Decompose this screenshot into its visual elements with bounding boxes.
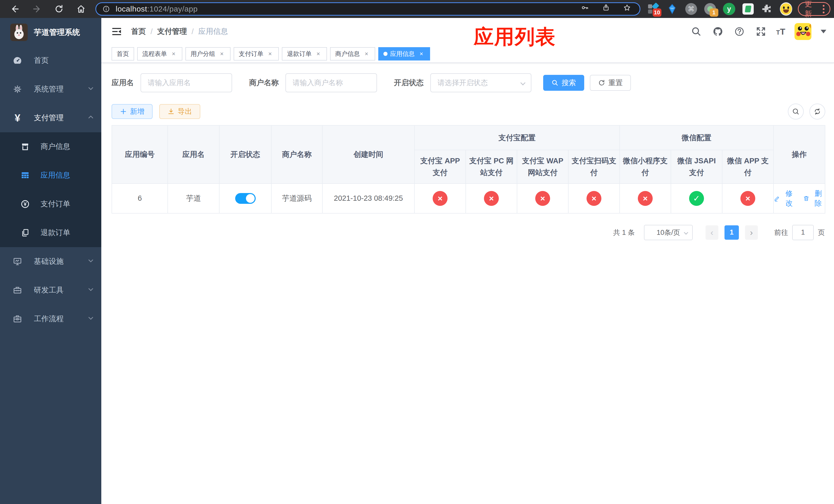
breadcrumb-home[interactable]: 首页 [131, 26, 146, 37]
page-number-1[interactable]: 1 [724, 225, 739, 240]
goto-page-input[interactable] [792, 225, 814, 240]
app-table: 应用编号 应用名 开启状态 商户名称 创建时间 支付宝配置 微信配置 操作 支付… [112, 125, 825, 213]
toolbox-icon [12, 285, 23, 295]
edit-link[interactable]: 修改 [774, 189, 796, 208]
toggle-search-button[interactable] [788, 104, 804, 119]
prev-page-button[interactable]: ‹ [705, 225, 718, 240]
extension-row: 10 ⌘ 1 y [647, 3, 792, 15]
tab-app-info[interactable]: 应用信息× [378, 47, 430, 61]
extension-doc-icon[interactable] [742, 3, 754, 15]
chevron-up-icon [87, 114, 94, 122]
tab-refund-order[interactable]: 退款订单× [282, 47, 327, 61]
bookmark-star-icon[interactable] [623, 4, 633, 14]
next-page-button[interactable]: › [745, 225, 758, 240]
sidebar-item-label: 支付管理 [34, 113, 64, 123]
close-icon[interactable]: × [218, 50, 225, 58]
extension-gem-icon[interactable] [666, 3, 678, 15]
font-size-icon[interactable]: TT [776, 27, 785, 37]
close-icon[interactable]: × [418, 50, 425, 58]
status-label: 开启状态 [394, 78, 424, 88]
browser-forward-icon[interactable] [30, 2, 44, 16]
sidebar-item-payment[interactable]: ¥ 支付管理 [0, 104, 101, 132]
password-key-icon[interactable] [581, 4, 591, 14]
sidebar-item-app-info[interactable]: 应用信息 [0, 161, 101, 190]
close-icon[interactable]: × [315, 50, 322, 58]
tab-pay-order[interactable]: 支付订单× [234, 47, 279, 61]
chevron-down-icon [87, 85, 94, 94]
alipay-app-status-icon: × [433, 191, 447, 206]
add-button[interactable]: 新增 [112, 104, 153, 119]
merchant-name-label: 商户名称 [249, 78, 279, 88]
github-icon[interactable] [712, 25, 724, 38]
close-icon[interactable]: × [363, 50, 370, 58]
sidebar-item-infrastructure[interactable]: 基础设施 [0, 247, 101, 276]
status-select[interactable]: 请选择开启状态 [430, 73, 531, 92]
chevron-down-icon [520, 80, 526, 85]
sidebar-item-workflow[interactable]: 工作流程 [0, 304, 101, 333]
col-header-wechat-jsapi: 微信 JSAPI 支付 [671, 150, 722, 184]
browser-back-icon[interactable] [8, 2, 22, 16]
sidebar-item-dev-tools[interactable]: 研发工具 [0, 276, 101, 304]
breadcrumb-payment[interactable]: 支付管理 [157, 26, 187, 37]
share-icon[interactable] [602, 4, 612, 14]
user-avatar[interactable] [794, 23, 811, 40]
fullscreen-icon[interactable] [755, 25, 767, 38]
page-size-select[interactable]: 10条/页 [644, 225, 693, 240]
wechat-app-status-icon: × [740, 191, 755, 206]
dashboard-icon [12, 55, 23, 66]
yen-icon: ¥ [12, 113, 23, 123]
extension-cmd-icon[interactable]: ⌘ [685, 3, 697, 15]
browser-reload-icon[interactable] [52, 2, 66, 16]
content: 应用名 商户名称 开启状态 请选择开启状态 搜索 重置 [101, 63, 834, 240]
close-icon[interactable]: × [266, 50, 273, 58]
address-bar[interactable]: localhost:1024/pay/app [95, 2, 640, 16]
cell-app-name: 芋道 [168, 184, 219, 213]
search-button[interactable]: 搜索 [543, 75, 584, 91]
tab-merchant-info[interactable]: 商户信息× [330, 47, 375, 61]
profile-avatar-icon[interactable] [780, 3, 792, 15]
browser-home-icon[interactable] [74, 2, 88, 16]
browser-update-button[interactable]: 更新 [798, 2, 830, 16]
sidebar-item-system[interactable]: 系统管理 [0, 75, 101, 104]
enabled-switch[interactable] [235, 193, 256, 204]
sidebar: 芋道管理系统 首页 系统管理 ¥ 支付管理 [0, 18, 101, 504]
sidebar-item-home[interactable]: 首页 [0, 46, 101, 75]
refresh-table-button[interactable] [809, 104, 825, 119]
alipay-pc-status-icon: × [484, 191, 499, 206]
breadcrumb-separator: / [192, 27, 194, 36]
tab-user-group[interactable]: 用户分组× [185, 47, 231, 61]
page-unit-label: 页 [818, 228, 825, 237]
breadcrumb-current: 应用信息 [198, 26, 228, 37]
merchant-name-input[interactable] [285, 73, 377, 92]
sidebar-item-label: 应用信息 [41, 170, 70, 181]
extension-grid-icon[interactable]: 10 [647, 3, 659, 15]
app-name-input[interactable] [140, 73, 232, 92]
sidebar-item-pay-order[interactable]: 支付订单 [0, 190, 101, 219]
browser-toolbar: localhost:1024/pay/app 10 [0, 0, 834, 18]
sidebar-item-refund-order[interactable]: 退款订单 [0, 219, 101, 247]
app-title: 芋道管理系统 [34, 27, 80, 38]
sidebar-collapse-icon[interactable] [111, 25, 123, 38]
tags-view: 首页 流程表单× 用户分组× 支付订单× 退款订单× 商户信息× 应用信息× [101, 45, 834, 63]
tab-process-form[interactable]: 流程表单× [137, 47, 182, 61]
export-button[interactable]: 导出 [159, 104, 200, 119]
reset-button[interactable]: 重置 [590, 75, 631, 91]
wechat-mini-status-icon: × [638, 191, 653, 206]
navbar-actions: TT [690, 18, 826, 45]
url-text[interactable]: localhost:1024/pay/app [116, 5, 198, 13]
tab-home[interactable]: 首页 [112, 47, 134, 61]
help-icon[interactable] [733, 25, 746, 38]
site-info-icon[interactable] [102, 5, 110, 13]
avatar-caret-icon[interactable] [821, 30, 826, 33]
delete-link[interactable]: 删除 [803, 189, 825, 208]
extension-y-icon[interactable]: y [723, 3, 735, 15]
sidebar-item-merchant-info[interactable]: 商户信息 [0, 132, 101, 161]
close-icon[interactable]: × [170, 50, 177, 58]
sidebar-logo[interactable]: 芋道管理系统 [0, 18, 101, 46]
extension-avatar-icon[interactable]: 1 [704, 3, 716, 15]
extensions-puzzle-icon[interactable] [761, 3, 773, 15]
sidebar-item-label: 系统管理 [34, 84, 64, 94]
browser-menu-icon[interactable] [823, 5, 825, 13]
header-search-icon[interactable] [690, 25, 702, 38]
gear-icon [12, 84, 23, 94]
